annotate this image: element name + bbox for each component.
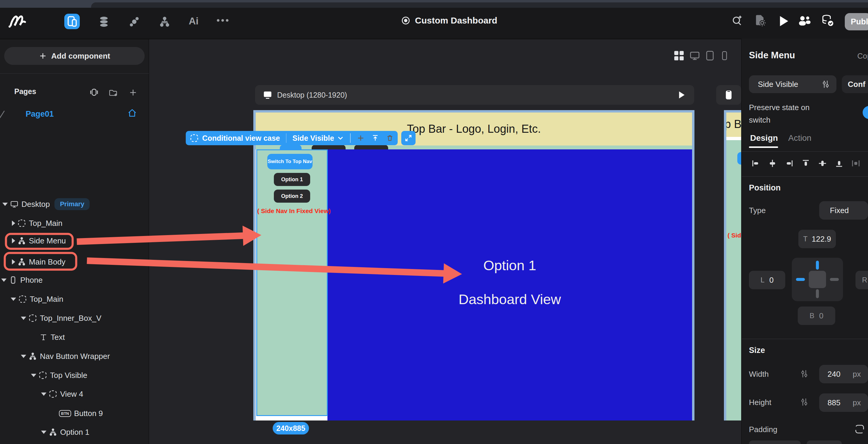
position-bottom-indicator[interactable] — [816, 289, 819, 298]
tree-item-side-menu[interactable]: Side Menu — [0, 232, 159, 249]
tree-item-option1[interactable]: Option 1 — [0, 424, 189, 440]
tree-item-button9[interactable]: BTN Button 9 — [0, 405, 207, 422]
distribute-h-icon[interactable] — [851, 158, 861, 168]
toolbar-case-selector[interactable]: Side Visible — [292, 134, 334, 142]
tree-item-top-main-phone[interactable]: Top_Main — [0, 291, 159, 308]
tree-item-top-visible[interactable]: Top Visible — [0, 367, 179, 384]
caret-down-icon[interactable] — [41, 392, 46, 396]
desktop-view-icon[interactable] — [689, 50, 700, 61]
side-option1-button[interactable]: Option 1 — [274, 173, 310, 186]
position-bottom-input[interactable]: B 0 — [798, 307, 835, 325]
caret-right-icon[interactable] — [12, 259, 15, 264]
align-center-v-icon[interactable] — [817, 158, 828, 168]
caret-down-icon[interactable] — [2, 203, 8, 206]
component-view-icon[interactable] — [89, 88, 99, 97]
tree-item-desktop[interactable]: Desktop Primary — [0, 196, 151, 213]
config-button[interactable]: Conf — [842, 75, 868, 93]
tree-item-nav-button-wrapper[interactable]: Nav Button Wrapper — [0, 348, 169, 364]
frame-play-icon[interactable] — [678, 91, 685, 99]
preview-eye-icon[interactable] — [401, 15, 411, 26]
tree-item-main-body[interactable]: Main Body — [0, 254, 159, 270]
align-top-icon[interactable] — [801, 158, 811, 168]
trash-icon[interactable] — [386, 134, 394, 142]
tool-tab-ai[interactable]: Ai — [189, 15, 198, 27]
caret-down-icon[interactable] — [41, 431, 46, 434]
page-item-page01[interactable]: Page01 — [26, 109, 54, 119]
more-tools-icon[interactable] — [216, 19, 229, 22]
chevron-down-icon[interactable] — [337, 134, 344, 141]
tree-item-top-inner-box[interactable]: Top_Inner_Box_V — [0, 310, 169, 326]
tree-item-view4[interactable]: View 4 — [0, 386, 189, 402]
desktop-frame-header[interactable]: Desktop (1280-1920) — [255, 85, 694, 105]
grid-view-icon[interactable] — [673, 50, 685, 61]
tool-tab-structure[interactable] — [159, 16, 170, 27]
selection-toolbar[interactable]: Conditional view case Side Visible — [186, 131, 398, 145]
phone-canvas[interactable]: Top Bar - Logo, Login, Etc. ( Side Nav I… — [724, 110, 741, 420]
publish-button[interactable]: Publ — [845, 13, 868, 30]
caret-right-icon[interactable] — [12, 238, 15, 244]
canvas-side-menu[interactable]: Switch To Top Nav Option 1 Option 2 ( Si… — [256, 149, 328, 416]
main-body-line1[interactable]: Option 1 — [328, 257, 692, 274]
canvas-main-body[interactable]: Option 1 Dashboard View — [328, 149, 692, 420]
tree-item-top-main[interactable]: Top_Main — [0, 215, 159, 231]
add-component-button[interactable]: Add component — [4, 47, 145, 65]
home-page-icon[interactable] — [127, 108, 137, 118]
tree-item-phone[interactable]: Phone — [0, 272, 149, 288]
tab-action[interactable]: Action — [788, 133, 811, 143]
align-center-h-icon[interactable] — [767, 158, 777, 168]
data-sync-icon[interactable] — [820, 14, 834, 27]
padding-input-partial[interactable] — [807, 440, 842, 444]
caret-down-icon[interactable] — [31, 374, 36, 377]
padding-link-icon[interactable] — [854, 424, 865, 435]
side-option2-button[interactable]: Option 2 — [274, 190, 310, 203]
height-binding-icon[interactable] — [800, 397, 808, 407]
add-case-icon[interactable] — [356, 134, 365, 142]
position-left-indicator[interactable] — [796, 278, 805, 281]
padding-input-partial[interactable] — [749, 440, 801, 444]
tool-tab-connect[interactable] — [129, 16, 140, 27]
position-top-indicator[interactable] — [816, 261, 819, 269]
main-body-line2[interactable]: Dashboard View — [328, 291, 692, 308]
caret-down-icon[interactable] — [21, 317, 26, 320]
desktop-canvas[interactable]: Top Bar - Logo, Login, Etc. Option 1 Das… — [253, 110, 694, 420]
tool-tab-data[interactable] — [98, 16, 110, 27]
tree-item-text[interactable]: Text — [0, 329, 188, 346]
position-type-select[interactable]: Fixed — [819, 201, 868, 220]
page-settings-icon[interactable] — [754, 14, 767, 27]
width-input[interactable]: 240 px — [819, 365, 868, 383]
panel-copy-label[interactable]: Cop — [857, 52, 868, 61]
add-page-icon[interactable] — [129, 88, 137, 97]
width-unit[interactable]: px — [853, 370, 861, 379]
expand-toolbar-button[interactable] — [401, 131, 415, 145]
align-right-icon[interactable] — [784, 158, 794, 168]
align-left-icon[interactable] — [751, 158, 761, 168]
position-widget-center[interactable] — [809, 271, 826, 288]
caret-down-icon[interactable] — [1, 279, 6, 282]
switch-to-top-nav-button[interactable]: Switch To Top Nav — [267, 154, 313, 169]
add-folder-icon[interactable] — [108, 88, 118, 97]
tree-label: Desktop — [22, 200, 50, 209]
ai-refresh-icon[interactable] — [731, 14, 744, 27]
height-unit[interactable]: px — [853, 398, 861, 407]
height-input[interactable]: 885 px — [819, 393, 868, 412]
caret-down-icon[interactable] — [11, 297, 16, 301]
tablet-view-icon[interactable] — [705, 51, 715, 61]
position-top-input[interactable]: T 122.9 — [798, 230, 836, 248]
phone-view-icon[interactable] — [720, 51, 729, 60]
tool-tab-devices[interactable] — [64, 14, 80, 29]
width-binding-icon[interactable] — [800, 369, 808, 379]
tab-design[interactable]: Design — [750, 133, 778, 143]
caret-right-icon[interactable] — [12, 221, 15, 226]
align-bottom-icon[interactable] — [834, 158, 844, 168]
phone-frame-header[interactable] — [716, 85, 741, 105]
app-logo[interactable] — [8, 12, 29, 29]
run-preview-icon[interactable] — [779, 15, 789, 27]
variant-selector[interactable]: Side Visible — [749, 75, 836, 93]
caret-down-icon[interactable] — [21, 355, 26, 358]
position-widget[interactable] — [792, 258, 843, 301]
position-right-input[interactable]: R 0 — [856, 271, 868, 289]
move-to-top-icon[interactable] — [371, 134, 379, 142]
position-left-input[interactable]: L 0 — [749, 271, 785, 289]
position-right-indicator[interactable] — [830, 278, 839, 281]
collaborators-icon[interactable] — [798, 15, 811, 27]
